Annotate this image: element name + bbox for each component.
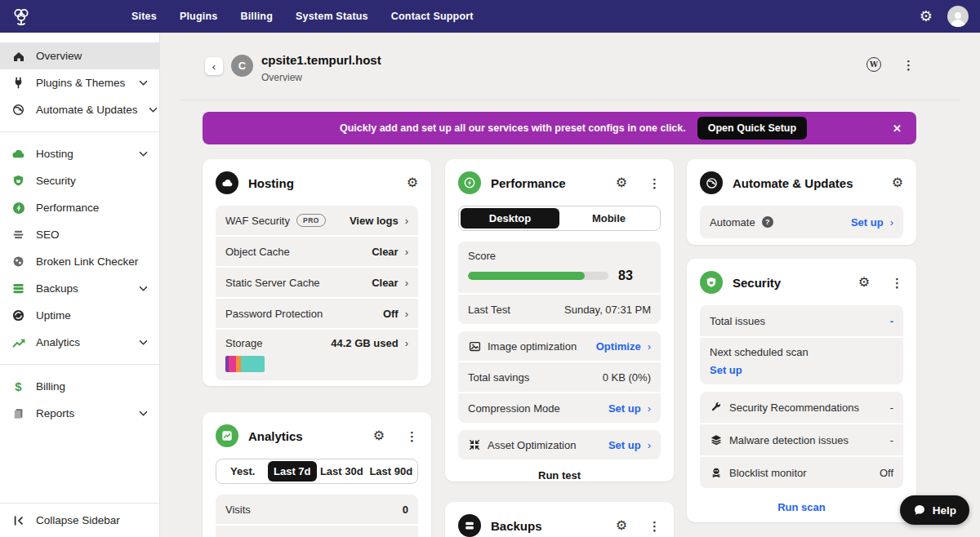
analytics-kebab-icon[interactable]: ⋮ [406, 430, 418, 442]
security-recommendations-value: - [890, 402, 893, 414]
chevron-right-icon: › [648, 340, 651, 353]
backups-gear-icon[interactable]: ⚙ [616, 519, 627, 532]
user-avatar[interactable] [947, 6, 969, 27]
malware-detection-value: - [890, 434, 893, 446]
chevron-right-icon: › [405, 215, 408, 227]
chevron-right-icon: › [648, 439, 651, 451]
tab-desktop[interactable]: Desktop [461, 208, 559, 229]
score-row: Score 83 [458, 242, 661, 293]
score-progress-fill [468, 272, 585, 280]
automate-gear-icon[interactable]: ⚙ [892, 176, 903, 189]
bolt-circle-icon [11, 201, 25, 215]
banner-close-icon[interactable]: ✕ [893, 122, 902, 135]
sidebar-item-performance[interactable]: Performance [0, 194, 159, 221]
backups-card-icon [458, 514, 481, 537]
automate-updates-card: Automate & Updates ⚙ Automate ? Set up › [687, 159, 916, 245]
asset-optimization-row[interactable]: Asset Optimization Set up › [458, 430, 661, 459]
optimize-link[interactable]: Optimize [596, 340, 641, 353]
sidebar-divider [0, 131, 159, 132]
collapse-sidebar-button[interactable]: Collapse Sidebar [0, 503, 159, 537]
brand-logo-icon[interactable] [9, 4, 33, 29]
layers-icon [710, 433, 723, 446]
analytics-card: Analytics ⚙ ⋮ Yest. Last 7d Last 30d Las… [203, 412, 431, 537]
nav-contact-support[interactable]: Contact Support [391, 11, 474, 22]
security-kebab-icon[interactable]: ⋮ [891, 277, 903, 289]
sidebar-item-overview[interactable]: Overview [0, 42, 159, 69]
security-gear-icon[interactable]: ⚙ [858, 276, 870, 289]
home-icon [11, 49, 25, 63]
sidebar-item-analytics[interactable]: Analytics [0, 329, 159, 356]
tab-last-7d[interactable]: Last 7d [268, 461, 318, 482]
quick-setup-banner: Quickly add and set up all our services … [203, 112, 916, 144]
compression-setup-link[interactable]: Set up [608, 402, 641, 415]
help-button[interactable]: Help [900, 495, 969, 525]
hosting-card-title: Hosting [248, 176, 397, 190]
sidebar-item-uptime[interactable]: Uptime [0, 302, 159, 329]
sidebar-item-billing[interactable]: $ Billing [0, 373, 159, 400]
reports-doc-icon [11, 406, 25, 420]
sidebar-item-backups[interactable]: Backups [0, 275, 159, 302]
help-question-icon[interactable]: ? [762, 216, 773, 228]
settings-gear-icon[interactable]: ⚙ [920, 9, 933, 24]
total-savings-row: Total savings 0 KB (0%) [458, 362, 661, 392]
tab-last-30d[interactable]: Last 30d [317, 461, 367, 482]
security-card-icon [700, 271, 723, 294]
image-optimization-row[interactable]: Image optimization Optimize › [458, 331, 661, 361]
sidebar-item-hosting[interactable]: Hosting [0, 140, 159, 167]
sidebar-item-broken-link-checker[interactable]: Broken Link Checker [0, 248, 159, 275]
tab-mobile[interactable]: Mobile [559, 208, 658, 229]
dollar-icon: $ [11, 379, 25, 393]
sidebar-item-seo[interactable]: SEO [0, 221, 159, 248]
static-server-cache-row[interactable]: Static Server Cache Clear › [216, 268, 418, 297]
tab-yesterday[interactable]: Yest. [218, 461, 268, 482]
backups-card-title: Backups [491, 519, 606, 533]
clear-static-cache-link[interactable]: Clear [372, 277, 399, 289]
backups-kebab-icon[interactable]: ⋮ [648, 520, 661, 532]
malware-detection-row[interactable]: Malware detection issues - [700, 424, 903, 455]
back-button[interactable]: ‹ [205, 57, 223, 75]
password-protection-row[interactable]: Password Protection Off › [216, 299, 418, 328]
seo-lines-icon [11, 228, 25, 242]
wordpress-icon[interactable]: W [866, 57, 881, 72]
clear-object-cache-link[interactable]: Clear [372, 246, 399, 258]
object-cache-row[interactable]: Object Cache Clear › [216, 237, 418, 266]
total-savings-amount: 0 KB (0%) [603, 371, 651, 384]
performance-card-title: Performance [491, 176, 606, 190]
nav-plugins[interactable]: Plugins [180, 11, 218, 22]
password-protection-status: Off [383, 308, 399, 320]
sidebar-item-reports[interactable]: Reports [0, 400, 159, 427]
view-logs-link[interactable]: View logs [350, 215, 399, 227]
hosting-gear-icon[interactable]: ⚙ [407, 176, 418, 189]
site-header: ‹ C cpsite1.tempurl.host Overview W ⋮ [161, 33, 980, 100]
open-quick-setup-button[interactable]: Open Quick Setup [697, 117, 807, 140]
storage-row[interactable]: Storage 44.2 GB used › [216, 330, 418, 380]
site-kebab-menu-icon[interactable]: ⋮ [902, 59, 915, 71]
scan-setup-link[interactable]: Set up [710, 364, 893, 376]
run-scan-button[interactable]: Run scan [700, 501, 903, 513]
sidebar: Overview Plugins & Themes Automate & Upd… [0, 33, 160, 537]
tab-last-90d[interactable]: Last 90d [367, 461, 416, 482]
asset-setup-link[interactable]: Set up [608, 439, 641, 451]
performance-kebab-icon[interactable]: ⋮ [648, 177, 661, 189]
chat-bubble-icon [913, 504, 926, 517]
waf-security-row[interactable]: WAF Security PRO View logs › [216, 206, 418, 235]
automate-setup-link[interactable]: Set up [851, 216, 884, 229]
sidebar-item-automate-updates[interactable]: Automate & Updates [0, 96, 159, 123]
score-value: 83 [618, 268, 633, 283]
compression-mode-row[interactable]: Compression Mode Set up › [458, 393, 661, 423]
blocklist-monitor-row[interactable]: Blocklist monitor Off [700, 457, 903, 488]
automate-row[interactable]: Automate ? Set up › [700, 206, 903, 238]
sidebar-item-plugins-themes[interactable]: Plugins & Themes [0, 69, 159, 96]
security-recommendations-row[interactable]: Security Recommendations - [700, 392, 903, 423]
performance-gear-icon[interactable]: ⚙ [616, 176, 627, 189]
sidebar-item-security[interactable]: Security [0, 167, 159, 194]
chevron-down-icon [139, 286, 148, 291]
analytics-trend-icon [11, 335, 25, 349]
analytics-gear-icon[interactable]: ⚙ [373, 429, 385, 442]
hosting-card-icon [216, 171, 238, 194]
nav-billing[interactable]: Billing [240, 11, 273, 22]
run-test-button[interactable]: Run test [458, 469, 661, 482]
nav-system-status[interactable]: System Status [296, 11, 368, 22]
cloud-icon [11, 147, 25, 161]
nav-sites[interactable]: Sites [131, 11, 157, 22]
